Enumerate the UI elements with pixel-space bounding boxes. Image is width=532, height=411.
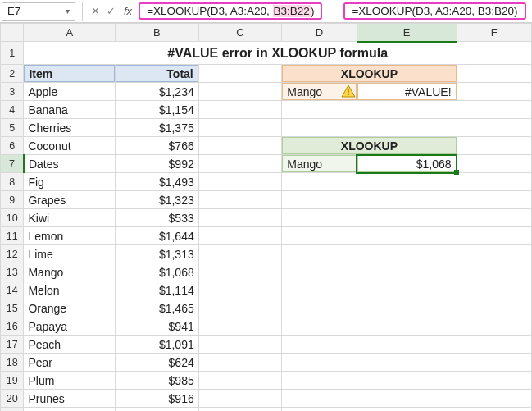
cell-empty[interactable]: [457, 65, 531, 82]
table-header-item: Item: [24, 65, 115, 82]
cell-total[interactable]: $1,068: [116, 263, 198, 281]
cell-total[interactable]: $1,493: [116, 173, 198, 190]
cell-total[interactable]: $1,234: [116, 83, 198, 100]
row-header[interactable]: 1: [1, 42, 24, 65]
row-header[interactable]: 18: [1, 354, 24, 372]
col-header[interactable]: B: [116, 24, 199, 42]
cell-total[interactable]: $766: [116, 137, 198, 154]
cell-empty[interactable]: [457, 83, 531, 100]
row-header[interactable]: 20: [1, 390, 24, 408]
name-box[interactable]: E7 ▾: [2, 2, 75, 21]
cell-item[interactable]: Peach: [24, 336, 115, 353]
row-header[interactable]: 9: [1, 191, 24, 209]
cell-total[interactable]: $916: [116, 390, 198, 407]
cell-item[interactable]: Kiwi: [24, 209, 115, 226]
row-header[interactable]: 12: [1, 245, 24, 263]
formula-bar-buttons: ✕ ✓: [89, 5, 117, 17]
formula-text: ): [311, 5, 315, 17]
cell-total[interactable]: $533: [116, 209, 198, 226]
cell-total[interactable]: $1,114: [116, 281, 198, 299]
cell-item[interactable]: Melon: [24, 281, 115, 299]
cell-item[interactable]: Banana: [24, 101, 115, 118]
cell-empty[interactable]: [199, 65, 282, 82]
formula-text: =XLOOKUP(D3, A3:A20,: [147, 5, 272, 17]
cell-total[interactable]: $941: [116, 317, 198, 335]
row-header[interactable]: 4: [1, 101, 24, 119]
cell-item[interactable]: Cherries: [24, 119, 115, 136]
cell-item[interactable]: Coconut: [24, 137, 115, 154]
page-title: #VALUE error in XLOOKUP formula: [24, 43, 531, 65]
row-header[interactable]: 16: [1, 317, 24, 336]
cell-item[interactable]: Apple: [24, 83, 115, 100]
xlookup-header-error: XLOOKUP: [282, 65, 456, 82]
error-result-cell[interactable]: #VALUE!: [357, 83, 457, 100]
cell-total[interactable]: $985: [116, 372, 198, 389]
lookup-value-cell[interactable]: Mango: [282, 155, 356, 172]
row-header[interactable]: 21: [1, 408, 24, 412]
cell-total[interactable]: $1,154: [116, 101, 198, 118]
cell-item[interactable]: Papaya: [24, 317, 115, 335]
row-header[interactable]: 11: [1, 227, 24, 245]
cancel-icon[interactable]: ✕: [91, 5, 100, 17]
row-header[interactable]: 17: [1, 336, 24, 354]
col-header[interactable]: C: [198, 24, 282, 42]
cell-item[interactable]: Grapes: [24, 191, 115, 208]
warning-icon[interactable]: !: [341, 84, 356, 98]
row-header[interactable]: 19: [1, 372, 24, 390]
cell-total[interactable]: $624: [116, 354, 198, 371]
cell-total[interactable]: $1,375: [116, 119, 198, 136]
cell-total[interactable]: $1,323: [116, 191, 198, 208]
row-header[interactable]: 10: [1, 209, 24, 227]
cell-item[interactable]: Prunes: [24, 390, 115, 407]
correct-result-cell[interactable]: $1,068: [357, 155, 457, 172]
formula-text: =XLOOKUP(D3, A3:A20, B3:B20): [352, 5, 517, 17]
fx-icon[interactable]: fx: [124, 5, 132, 17]
row-header[interactable]: 13: [1, 263, 24, 281]
xlookup-header-correct: XLOOKUP: [282, 137, 456, 154]
col-header[interactable]: A: [24, 24, 116, 42]
cell-item[interactable]: Lemon: [24, 227, 115, 244]
formula-display-correct[interactable]: =XLOOKUP(D3, A3:A20, B3:B20): [343, 2, 525, 20]
row-header[interactable]: 2: [1, 65, 24, 83]
cell-empty[interactable]: [199, 83, 282, 100]
row-header[interactable]: 3: [1, 83, 24, 101]
row-header[interactable]: 15: [1, 299, 24, 317]
cell-item[interactable]: Orange: [24, 299, 115, 317]
chevron-down-icon[interactable]: ▾: [66, 7, 70, 16]
formula-highlight: B3:B22: [273, 5, 311, 17]
cell-total[interactable]: $1,465: [116, 299, 198, 317]
cell-item[interactable]: Pear: [24, 354, 115, 371]
formula-bar: E7 ▾ ✕ ✓ fx =XLOOKUP(D3, A3:A20, B3:B22)…: [0, 0, 532, 23]
table-header-total: Total: [116, 65, 198, 82]
col-header[interactable]: E: [357, 24, 457, 42]
column-header-row: A B C D E F: [1, 24, 532, 42]
row-header[interactable]: 7: [1, 155, 24, 173]
divider: [82, 2, 83, 21]
formula-display-error[interactable]: =XLOOKUP(D3, A3:A20, B3:B22): [139, 2, 322, 20]
row-header[interactable]: 5: [1, 119, 24, 137]
spreadsheet-grid[interactable]: A B C D E F 1 #VALUE error in XLOOKUP fo…: [0, 23, 532, 411]
cell-total[interactable]: $1,091: [116, 336, 198, 353]
row-header[interactable]: 14: [1, 281, 24, 299]
cell-item[interactable]: Dates: [25, 155, 115, 172]
row-header[interactable]: 8: [1, 173, 24, 191]
row-header[interactable]: 6: [1, 137, 24, 155]
commit-icon[interactable]: ✓: [107, 5, 116, 17]
cell-item[interactable]: Plum: [24, 372, 115, 389]
cell-total[interactable]: $1,313: [116, 245, 198, 263]
cell-item[interactable]: Fig: [24, 173, 115, 190]
svg-text:!: !: [347, 88, 349, 97]
cell-item[interactable]: Mango: [24, 263, 115, 281]
col-header[interactable]: F: [457, 24, 531, 42]
name-box-value: E7: [7, 5, 20, 17]
cell-total[interactable]: $1,644: [116, 227, 198, 244]
col-header[interactable]: D: [282, 24, 357, 42]
cell-item[interactable]: Lime: [24, 245, 115, 263]
cell-total[interactable]: $992: [116, 155, 198, 172]
select-all-corner[interactable]: [1, 24, 24, 42]
